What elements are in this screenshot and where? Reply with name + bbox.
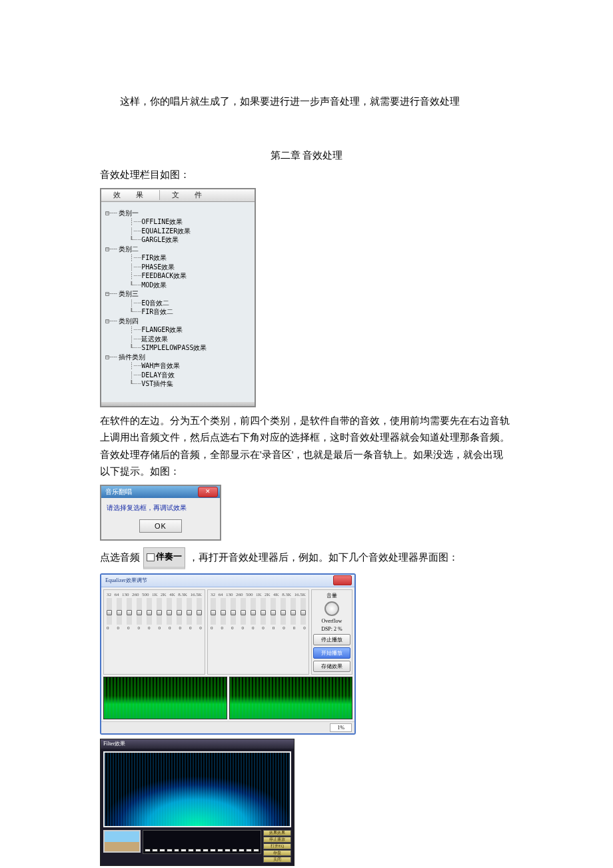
val-label: 0: [252, 625, 255, 631]
tree-cat-5[interactable]: 插件类别: [119, 353, 145, 361]
freq-label: 8.3K: [178, 592, 187, 597]
overflow-label: Overflow: [322, 618, 342, 624]
val-label: 0: [283, 625, 285, 631]
paragraph-3: 在软件的左边。分为五个类别，前四个类别，是软件自带的音效，使用前均需要先在右边音…: [100, 413, 513, 481]
paragraph-1: 这样，你的唱片就生成了，如果要进行进一步声音处理，就需要进行音效处理: [100, 93, 513, 111]
tree-cat-3[interactable]: 类别三: [119, 290, 139, 297]
freq-label: 4K: [273, 592, 279, 597]
freq-label: 8.3K: [282, 592, 291, 597]
freq-label: 500: [142, 592, 149, 597]
freq-labels: 32641302605001K2K4K8.3K16.5K: [106, 592, 203, 598]
tree-item[interactable]: MOD效果: [141, 281, 167, 289]
tree-item[interactable]: FEEDBACK效果: [141, 272, 187, 279]
tree-item[interactable]: 延迟效果: [141, 335, 168, 343]
eq-slider[interactable]: [281, 598, 286, 625]
tree-cat-4[interactable]: 类别四: [119, 317, 139, 325]
tab-file[interactable]: 文 件: [160, 190, 218, 200]
eq-statusbar: 1%: [101, 721, 354, 733]
eq-slider[interactable]: [241, 598, 246, 625]
freq-label: 1K: [256, 592, 262, 597]
eq-slider[interactable]: [301, 598, 306, 625]
filter-titlebar: Filter效果: [101, 739, 294, 749]
eq-slider[interactable]: [251, 598, 256, 625]
freq-labels: 32641302605001K2K4K8.3K16.5K: [210, 592, 306, 598]
eq-slider[interactable]: [221, 598, 226, 625]
tree-tabs: 效 果 文 件: [101, 189, 255, 202]
val-label: 0: [211, 625, 213, 631]
eq-slider[interactable]: [157, 598, 162, 625]
val-label: 0: [221, 625, 223, 631]
val-label: 0: [303, 625, 306, 631]
eq-slider[interactable]: [187, 598, 192, 625]
eq-slider[interactable]: [107, 598, 112, 625]
val-label: 0: [231, 625, 234, 631]
eq-slider[interactable]: [147, 598, 152, 625]
tree-cat-1[interactable]: 类别一: [119, 209, 139, 217]
close-icon[interactable]: [333, 575, 352, 585]
eq-slider[interactable]: [231, 598, 236, 625]
tree-item[interactable]: FLANGER效果: [141, 326, 183, 333]
accompaniment-checkbox-label[interactable]: 伴奏一: [143, 547, 185, 569]
eq-right-controls: 音量 Overflow DSP: 2 % 停止播放 开始播放 存储效果: [311, 589, 352, 675]
checkbox-icon[interactable]: [147, 553, 155, 561]
eq-slider[interactable]: [291, 598, 296, 625]
freq-label: 500: [246, 592, 253, 597]
ok-button[interactable]: OK: [139, 519, 182, 533]
eq-slider[interactable]: [167, 598, 172, 625]
paragraph-4-a: 点选音频: [100, 551, 140, 562]
freq-label: 260: [132, 592, 139, 597]
filter-stop-button[interactable]: 停止播放: [263, 837, 291, 843]
tab-effects[interactable]: 效 果: [101, 190, 160, 200]
eq-slider[interactable]: [177, 598, 182, 625]
tree-item[interactable]: FIR效果: [141, 254, 167, 261]
tree-item[interactable]: FIR音效二: [141, 308, 173, 315]
chapter-heading: 第二章 音效处理: [100, 147, 513, 165]
eq-slider[interactable]: [197, 598, 202, 625]
close-icon[interactable]: ✕: [198, 487, 218, 497]
percent-display: 1%: [330, 723, 352, 732]
val-label: 0: [293, 625, 296, 631]
tree-item[interactable]: SIMPLELOWPASS效果: [141, 344, 207, 351]
dsp-label: DSP: 2 %: [321, 626, 342, 632]
val-labels: 0000000000: [210, 625, 306, 631]
tree-item[interactable]: EQUALIZER效果: [141, 227, 191, 235]
eq-slider[interactable]: [271, 598, 276, 625]
filter-open-eq-button[interactable]: 打开EQ: [263, 843, 291, 849]
tree-item[interactable]: DELAY音效: [141, 371, 175, 379]
tree-item[interactable]: WAH声音效果: [141, 362, 180, 369]
freq-label: 16.5K: [294, 592, 305, 597]
volume-knob[interactable]: [324, 601, 339, 616]
tree-cat-2[interactable]: 类别二: [119, 245, 139, 253]
eq-slider[interactable]: [117, 598, 122, 625]
paragraph-2: 音效处理栏目如图：: [100, 167, 513, 184]
freq-label: 2K: [161, 592, 167, 597]
dialog-titlebar: 音乐翻唱 ✕: [101, 486, 220, 498]
panel-footer: [101, 402, 255, 406]
save-effect-button[interactable]: 存储效果: [313, 661, 350, 672]
freq-label: 4K: [169, 592, 175, 597]
filter-close-button[interactable]: 关闭: [263, 857, 291, 863]
filter-effect-button[interactable]: 效果效果: [263, 830, 291, 836]
paragraph-4: 点选音频 伴奏一 ，再打开音效处理器后，例如。如下几个音效处理器界面图：: [100, 547, 513, 569]
tree-item[interactable]: PHASE效果: [141, 263, 175, 271]
eq-slider[interactable]: [127, 598, 132, 625]
eq-sliders: [210, 598, 306, 625]
tree-item[interactable]: VST插件集: [141, 380, 173, 387]
tree-item[interactable]: OFFLINE效果: [141, 218, 183, 225]
filter-lower-row: 效果效果 停止播放 打开EQ 存盘 关闭: [103, 830, 291, 863]
eq-content: 32641302605001K2K4K8.3K16.5K 0000000000 …: [101, 587, 354, 677]
val-label: 0: [262, 625, 265, 631]
tree-item[interactable]: EQ音效二: [141, 299, 169, 307]
stop-button[interactable]: 停止播放: [313, 634, 350, 645]
start-button[interactable]: 开始播放: [313, 647, 350, 659]
freq-label: 16.5K: [191, 592, 202, 597]
eq-slider[interactable]: [211, 598, 216, 625]
thumbnail-view: [103, 830, 141, 853]
alert-dialog: 音乐翻唱 ✕ 请选择复选框，再调试效果 OK: [100, 485, 221, 541]
eq-slider[interactable]: [261, 598, 266, 625]
tree-item[interactable]: GARGLE效果: [141, 236, 179, 243]
freq-label: 130: [226, 592, 233, 597]
eq-slider[interactable]: [137, 598, 142, 625]
eq-bank-left: 32641302605001K2K4K8.3K16.5K 0000000000: [103, 589, 205, 675]
filter-save-button[interactable]: 存盘: [263, 850, 291, 856]
